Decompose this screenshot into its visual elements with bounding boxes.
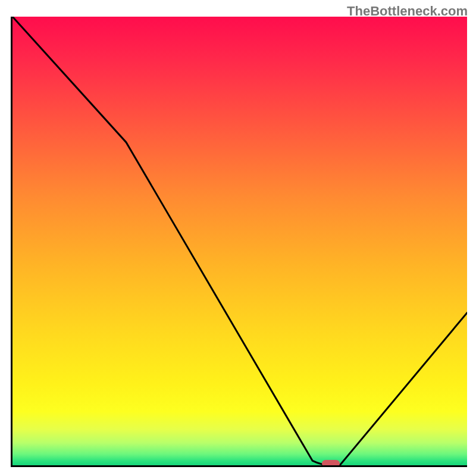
chart-plot-area [11,17,467,467]
curve-path [12,17,467,465]
bottleneck-curve [12,17,467,465]
optimal-marker [322,460,340,467]
watermark-text: TheBottleneck.com [347,4,468,19]
